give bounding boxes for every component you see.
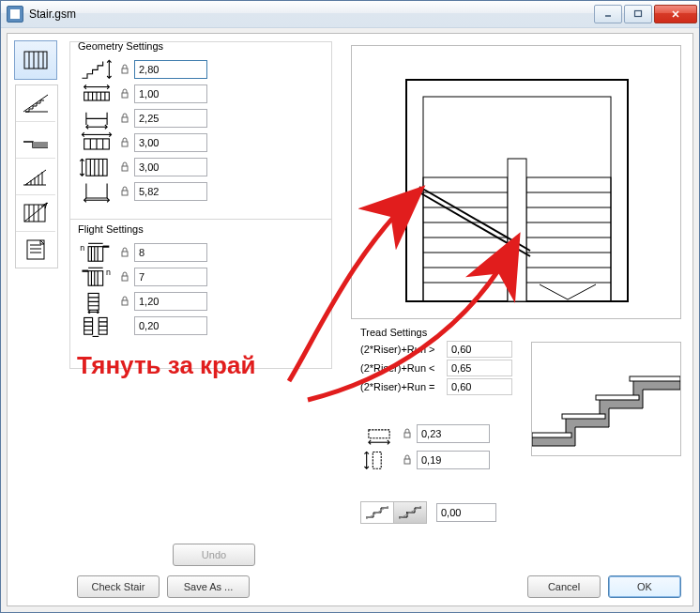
risers-left-icon: n [78,241,115,264]
stair-type-tab[interactable] [14,40,57,80]
geometry-input-2[interactable]: 1,00 [134,84,207,103]
tread-formula-eq-value[interactable]: 0,60 [447,378,512,395]
tread-formula-eq-label: (2*Riser)+Run = [360,381,447,392]
risers-right-icon: n [78,266,115,288]
svg-rect-71 [404,433,410,437]
svg-rect-69 [369,430,389,438]
geometry-input-3[interactable]: 2,25 [134,109,207,128]
tab-listing[interactable] [16,232,55,268]
svg-rect-20 [122,69,128,73]
riser-height-icon [360,449,398,471]
tread-formula-lt-label: (2*Riser)+Run < [360,362,447,374]
tab-structure[interactable] [16,85,55,122]
lock-icon[interactable] [115,161,134,173]
tread-formula-gt-value[interactable]: 0,60 [447,341,512,358]
stair-section-preview[interactable] [531,342,681,456]
svg-rect-25 [122,117,128,122]
svg-rect-29 [86,159,107,176]
stair-height-input[interactable]: 2,80 [134,60,207,79]
svg-rect-78 [630,376,680,381]
lock-icon[interactable] [115,113,134,124]
tread-depth-input[interactable]: 0,23 [417,424,490,443]
svg-rect-31 [122,166,128,171]
lock-icon[interactable] [115,64,134,75]
svg-text:n: n [80,243,84,253]
nosing-style-2[interactable] [394,502,426,523]
undo-button[interactable]: Undo [173,544,255,566]
total-depth-icon [78,156,115,178]
tread-settings-group: Tread Settings (2*Riser)+Run >0,60 (2*Ri… [360,327,548,396]
tread-formula-gt-label: (2*Riser)+Run > [360,344,447,355]
lock-icon[interactable] [115,296,134,307]
tread-depth-icon [360,422,398,445]
landing-width-icon [78,83,115,105]
dialog-window: Stair.gsm [0,0,700,613]
tab-railing[interactable] [16,159,55,195]
svg-rect-76 [562,414,605,419]
flight-input-2[interactable]: 7 [134,268,207,286]
check-stair-button[interactable]: Check Stair [77,575,160,598]
lock-icon[interactable] [115,186,134,197]
gap-width-icon [78,314,115,337]
category-strip [15,41,56,268]
lock-icon[interactable] [115,247,134,258]
svg-rect-37 [122,252,128,256]
flight-input-4[interactable]: 0,20 [134,316,207,335]
svg-rect-77 [596,395,639,400]
svg-rect-74 [404,459,410,464]
total-width-icon [78,131,115,154]
svg-rect-23 [122,93,128,98]
run-length-icon [78,180,115,203]
svg-rect-38 [88,270,103,285]
svg-text:n: n [106,268,111,277]
titlebar[interactable]: Stair.gsm [1,1,699,28]
tread-settings-title: Tread Settings [360,327,548,338]
dialog-body: Geometry Settings 2,80 1,00 2,25 3,00 3,… [7,33,693,606]
maximize-button[interactable] [624,5,652,23]
svg-rect-28 [122,142,128,146]
window-title: Stair.gsm [29,8,594,21]
lock-icon[interactable] [398,428,417,439]
tread-formula-lt-value[interactable]: 0,65 [447,360,512,376]
minimize-button[interactable] [594,5,622,23]
flight-input-3[interactable]: 1,20 [134,292,207,311]
lock-icon[interactable] [115,137,134,148]
geometry-settings-title: Geometry Settings [78,40,324,52]
nosing-style-picker: 0,00 [360,501,496,524]
nosing-style-1[interactable] [361,502,394,523]
svg-rect-66 [508,159,526,301]
close-button[interactable] [654,5,697,23]
svg-rect-35 [88,246,103,261]
lock-icon[interactable] [115,271,134,283]
lock-icon[interactable] [398,454,417,466]
stair-height-icon [78,58,115,81]
well-width-icon [78,107,115,130]
stair-plan-preview[interactable] [351,45,681,319]
cancel-button[interactable]: Cancel [527,575,601,598]
svg-rect-41 [122,276,128,281]
lock-icon[interactable] [115,88,134,100]
tab-symbol[interactable] [16,195,55,232]
geometry-input-6[interactable]: 5,82 [134,182,207,201]
svg-rect-1 [635,11,642,17]
tab-tread[interactable] [16,122,55,159]
svg-rect-72 [373,452,381,468]
flight-settings-title: Flight Settings [78,223,324,235]
flight-width-icon [78,290,115,313]
svg-rect-44 [122,300,128,305]
flight-input-1[interactable]: 8 [134,243,207,262]
ok-button[interactable]: OK [608,575,681,598]
nosing-value-input[interactable]: 0,00 [436,503,496,522]
riser-height-input[interactable]: 0,19 [417,451,490,469]
svg-rect-7 [33,142,48,147]
annotation-text: Тянуть за край [77,351,255,380]
geometry-input-5[interactable]: 3,00 [134,158,207,176]
geometry-input-4[interactable]: 3,00 [134,133,207,152]
svg-rect-33 [122,191,128,195]
app-icon [7,6,23,23]
save-as-button[interactable]: Save As ... [167,575,250,598]
svg-rect-75 [532,433,571,437]
